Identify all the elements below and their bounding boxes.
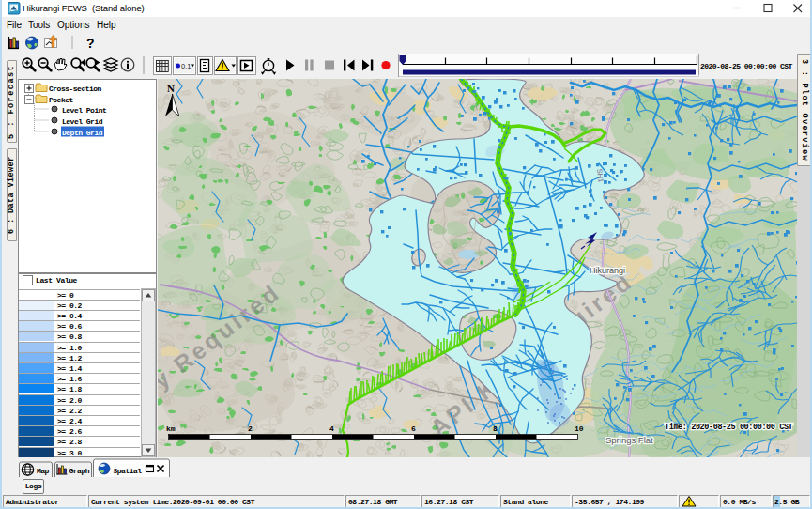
svg-text:Level Point: Level Point: [62, 106, 107, 115]
svg-text:2: 2: [248, 424, 253, 433]
svg-text:Graph: Graph: [69, 467, 90, 475]
svg-text:2020-08-25 00:00:00 CST: 2020-08-25 00:00:00 CST: [700, 62, 793, 70]
svg-text:km: km: [166, 424, 176, 433]
svg-text:10: 10: [575, 424, 584, 433]
svg-text:Cross-section: Cross-section: [49, 85, 102, 93]
svg-text:Spatial: Spatial: [114, 467, 143, 475]
svg-text:4: 4: [329, 424, 334, 433]
svg-text:Level Grid: Level Grid: [62, 117, 103, 126]
svg-text:0.1: 0.1: [181, 62, 191, 70]
svg-text:Map: Map: [37, 467, 50, 475]
svg-text:Hikurangi: Hikurangi: [590, 266, 625, 275]
svg-text:Pocket: Pocket: [49, 96, 74, 104]
svg-text:6: 6: [411, 424, 416, 433]
svg-text:8: 8: [493, 424, 498, 433]
svg-text:SH1: SH1: [595, 168, 605, 183]
svg-text:Time: 2020-08-25 00:00:00 CST: Time: 2020-08-25 00:00:00 CST: [665, 423, 793, 432]
svg-text:Depth Grid: Depth Grid: [62, 129, 103, 137]
svg-text:Springs Flat: Springs Flat: [605, 435, 653, 445]
svg-text:N: N: [167, 83, 175, 94]
svg-text:?: ?: [86, 36, 95, 51]
